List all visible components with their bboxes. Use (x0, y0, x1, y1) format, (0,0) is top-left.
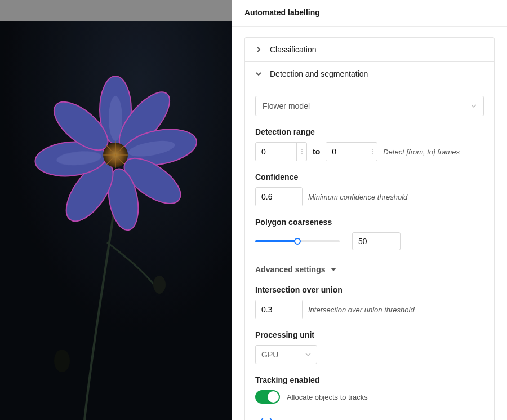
model-select[interactable]: Flower model (255, 96, 484, 116)
range-to-input[interactable] (326, 143, 367, 161)
iou-input[interactable] (256, 300, 302, 319)
section-detection-body: Flower model Detection range (245, 86, 494, 420)
tracking-field: Tracking enabled Allocate objects to tra… (255, 375, 484, 404)
section-classification: Classification (245, 38, 494, 61)
confidence-label: Confidence (255, 173, 484, 182)
svg-rect-23 (0, 0, 232, 420)
polygon-label: Polygon coarseness (255, 218, 484, 227)
model-select-value: Flower model (263, 101, 310, 110)
polygon-value-box[interactable]: 50 (352, 232, 401, 250)
range-to-wrap (326, 142, 377, 161)
accordion: Classification Detection and segmentatio… (244, 37, 495, 420)
drag-handle-icon[interactable] (367, 143, 377, 161)
confidence-field: Confidence Minimum confidence threshold (255, 173, 484, 206)
confidence-hint: Minimum confidence threshold (308, 193, 407, 201)
chevron-down-icon (255, 70, 262, 77)
iou-input-wrap (255, 300, 303, 319)
processing-field: Processing unit GPU (255, 330, 484, 364)
range-separator: to (313, 147, 320, 156)
processing-select[interactable]: GPU (255, 345, 317, 364)
polygon-slider[interactable] (255, 240, 340, 242)
polygon-field: Polygon coarseness 50 (255, 218, 484, 250)
range-hint: Detect [from, to] frames (383, 148, 460, 156)
advanced-settings-label: Advanced settings (255, 265, 325, 274)
preview-pane (0, 0, 232, 420)
iou-field: Intersection over union Intersection ove… (255, 285, 484, 319)
section-detection-header[interactable]: Detection and segmentation (245, 62, 494, 86)
section-classification-label: Classification (270, 45, 316, 54)
section-detection-label: Detection and segmentation (270, 69, 368, 78)
iou-label: Intersection over union (255, 285, 484, 294)
chevron-down-icon (305, 350, 311, 359)
detection-range-field: Detection range to (255, 127, 484, 161)
tracking-label: Tracking enabled (255, 375, 484, 384)
section-detection: Detection and segmentation Flower model … (245, 61, 494, 420)
loading-spinner-icon (261, 416, 272, 420)
polygon-value: 50 (358, 237, 367, 246)
preview-topbar (0, 0, 232, 21)
toggle-knob (268, 391, 279, 403)
panel-body: Classification Detection and segmentatio… (232, 27, 507, 420)
tracking-hint: Allocate objects to tracks (287, 393, 368, 401)
advanced-settings-toggle[interactable]: Advanced settings (255, 265, 484, 274)
preview-canvas (0, 0, 232, 420)
panel-title: Automated labelling (232, 0, 507, 27)
drag-handle-icon[interactable] (296, 143, 306, 161)
caret-down-icon (331, 268, 336, 271)
confidence-input[interactable] (256, 188, 302, 206)
chevron-down-icon (471, 101, 477, 110)
slider-thumb[interactable] (294, 238, 301, 245)
tracking-toggle[interactable] (255, 390, 280, 404)
confidence-input-wrap (255, 187, 303, 206)
iou-hint: Intersection over union threshold (308, 306, 415, 314)
range-from-input[interactable] (256, 143, 296, 161)
settings-panel: Automated labelling Classification De (232, 0, 507, 420)
processing-label: Processing unit (255, 330, 484, 339)
range-from-wrap (255, 142, 307, 161)
slider-fill (255, 240, 297, 242)
detection-range-label: Detection range (255, 127, 484, 136)
chevron-right-icon (255, 46, 262, 53)
processing-value: GPU (261, 350, 278, 359)
section-classification-header[interactable]: Classification (245, 38, 494, 61)
